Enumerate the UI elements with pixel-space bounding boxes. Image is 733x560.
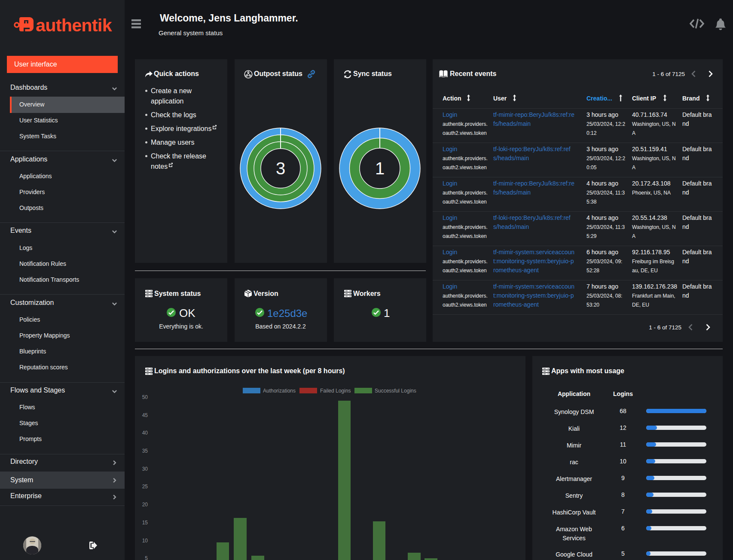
svg-text:1: 1 bbox=[375, 159, 384, 178]
svg-text:3: 3 bbox=[275, 159, 285, 178]
svg-text:authentik: authentik bbox=[36, 15, 112, 34]
